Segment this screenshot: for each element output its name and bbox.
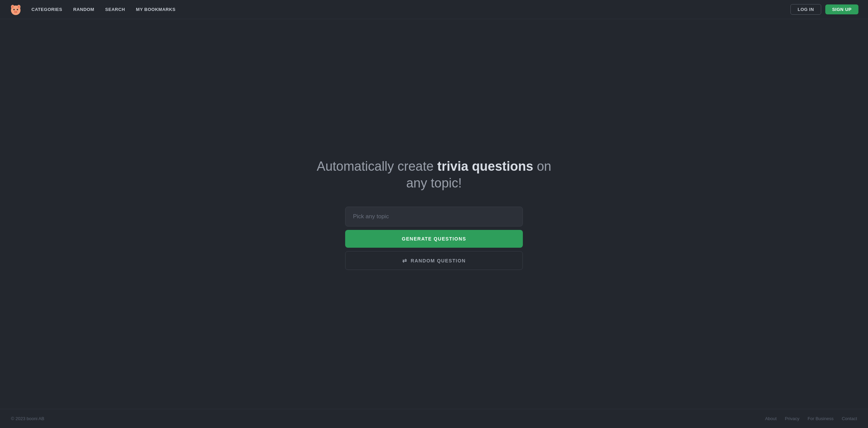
logo[interactable] bbox=[10, 3, 22, 16]
copyright: © 2023 booni AB bbox=[11, 416, 44, 421]
footer-link-privacy[interactable]: Privacy bbox=[785, 416, 800, 421]
footer-link-for-business[interactable]: For Business bbox=[808, 416, 833, 421]
nav-actions: LOG IN SIGN UP bbox=[790, 4, 858, 15]
footer-link-contact[interactable]: Contact bbox=[842, 416, 857, 421]
footer-links: About Privacy For Business Contact bbox=[765, 416, 857, 421]
svg-point-4 bbox=[18, 5, 20, 8]
main-content: Automatically create trivia questions on… bbox=[0, 19, 868, 409]
svg-point-6 bbox=[17, 9, 18, 10]
nav-item-random[interactable]: RANDOM bbox=[73, 7, 94, 12]
svg-point-8 bbox=[14, 11, 15, 12]
footer: © 2023 booni AB About Privacy For Busine… bbox=[0, 409, 868, 428]
sign-up-button[interactable]: SIGN UP bbox=[825, 4, 858, 14]
pig-icon bbox=[10, 3, 22, 16]
nav-links: CATEGORIES RANDOM SEARCH MY BOOKMARKS bbox=[31, 7, 790, 12]
random-button-label: RANDOM QUESTION bbox=[411, 258, 466, 263]
input-area: GENERATE QUESTIONS ⇄ RANDOM QUESTION bbox=[345, 207, 523, 270]
log-in-button[interactable]: LOG IN bbox=[790, 4, 821, 15]
shuffle-icon: ⇄ bbox=[402, 257, 407, 264]
svg-point-9 bbox=[16, 11, 17, 12]
nav-item-search[interactable]: SEARCH bbox=[105, 7, 125, 12]
nav-item-categories[interactable]: CATEGORIES bbox=[31, 7, 62, 12]
footer-link-about[interactable]: About bbox=[765, 416, 777, 421]
random-question-button[interactable]: ⇄ RANDOM QUESTION bbox=[345, 251, 523, 270]
hero-text-before: Automatically create bbox=[317, 159, 437, 173]
hero-text-bold: trivia questions bbox=[437, 159, 533, 173]
nav-item-bookmarks[interactable]: MY BOOKMARKS bbox=[136, 7, 176, 12]
hero-heading: Automatically create trivia questions on… bbox=[314, 158, 554, 192]
svg-point-3 bbox=[12, 5, 14, 8]
topic-input[interactable] bbox=[345, 207, 523, 226]
generate-button[interactable]: GENERATE QUESTIONS bbox=[345, 230, 523, 248]
svg-point-5 bbox=[13, 9, 15, 10]
navbar: CATEGORIES RANDOM SEARCH MY BOOKMARKS LO… bbox=[0, 0, 868, 19]
